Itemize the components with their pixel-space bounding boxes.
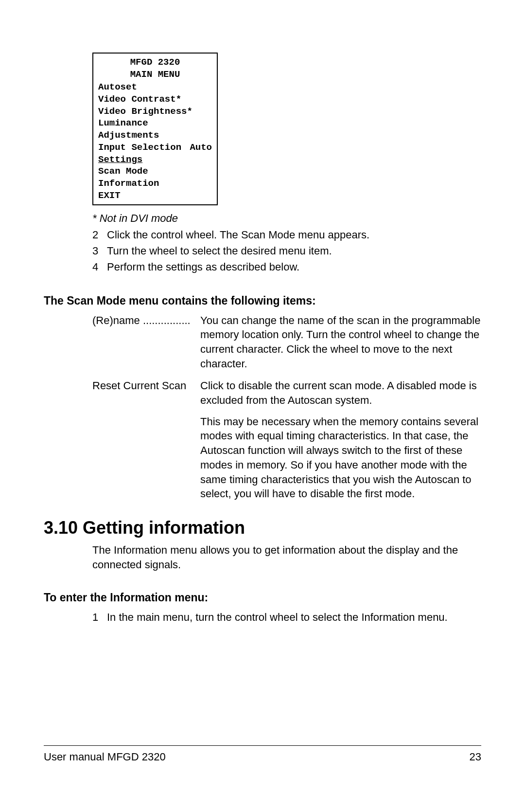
menu-item-settings: Settings: [98, 154, 212, 166]
menu-item-input-selection-label: Input Selection: [98, 142, 181, 154]
menu-item-video-brightness: Video Brightness*: [98, 106, 212, 118]
step2-1-number: 1: [92, 610, 107, 625]
footer-rule: [44, 745, 481, 746]
footer-page-number: 23: [470, 751, 481, 763]
step2-1-text: In the main menu, turn the control wheel…: [107, 610, 448, 625]
step-4-number: 4: [92, 260, 107, 275]
menu-item-scan-mode: Scan Mode: [98, 165, 212, 178]
step-4: 4 Perform the settings as described belo…: [92, 260, 481, 275]
def-reset-scan-p2: This may be necessary when the memory co…: [200, 415, 481, 501]
definition-list: (Re)name ................ You can change…: [92, 313, 481, 501]
osd-menu-box: MFGD 2320 MAIN MENU Autoset Video Contra…: [92, 53, 218, 205]
menu-item-input-selection-value: Auto: [190, 142, 212, 154]
section-heading-getting-information: 3.10 Getting information: [44, 518, 481, 538]
steps-list: 2 Click the control wheel. The Scan Mode…: [92, 228, 481, 274]
step-4-text: Perform the settings as described below.: [107, 260, 299, 275]
def-reset-scan-term: Reset Current Scan: [92, 379, 200, 501]
def-rename-term: (Re)name ................: [92, 313, 200, 371]
menu-item-adjustments: Adjustments: [98, 129, 212, 142]
page-footer: User manual MFGD 2320 23: [44, 745, 481, 763]
menu-item-input-selection: Input Selection Auto: [98, 142, 212, 154]
steps2-list: 1 In the main menu, turn the control whe…: [92, 610, 481, 625]
note-dvi-mode: * Not in DVI mode: [92, 212, 481, 225]
menu-item-exit: EXIT: [98, 190, 212, 202]
menu-item-video-contrast: Video Contrast*: [98, 93, 212, 106]
menu-title-line2: MAIN MENU: [98, 69, 212, 81]
def-rename-desc: You can change the name of the scan in t…: [200, 313, 481, 371]
def-reset-scan-desc: Click to disable the current scan mode. …: [200, 379, 481, 501]
menu-items: Autoset Video Contrast* Video Brightness…: [98, 81, 212, 201]
subheading-scan-mode-items: The Scan Mode menu contains the followin…: [44, 294, 481, 307]
step-2-text: Click the control wheel. The Scan Mode m…: [107, 228, 369, 243]
step-3-text: Turn the wheel to select the desired men…: [107, 244, 332, 259]
section-body: The Information menu allows you to get i…: [92, 543, 481, 572]
step-3-number: 3: [92, 244, 107, 259]
menu-item-information: Information: [98, 178, 212, 190]
subheading-enter-information-menu: To enter the Information menu:: [44, 591, 481, 604]
document-page: MFGD 2320 MAIN MENU Autoset Video Contra…: [0, 0, 525, 812]
menu-item-luminance: Luminance: [98, 117, 212, 129]
footer-left: User manual MFGD 2320: [44, 751, 166, 763]
step-2: 2 Click the control wheel. The Scan Mode…: [92, 228, 481, 243]
step-3: 3 Turn the wheel to select the desired m…: [92, 244, 481, 259]
def-rename: (Re)name ................ You can change…: [92, 313, 481, 371]
menu-title-line1: MFGD 2320: [98, 56, 212, 69]
def-reset-scan: Reset Current Scan Click to disable the …: [92, 379, 481, 501]
menu-item-autoset: Autoset: [98, 81, 212, 93]
step2-1: 1 In the main menu, turn the control whe…: [92, 610, 481, 625]
def-reset-scan-p1: Click to disable the current scan mode. …: [200, 379, 481, 407]
footer-row: User manual MFGD 2320 23: [44, 751, 481, 763]
step-2-number: 2: [92, 228, 107, 243]
